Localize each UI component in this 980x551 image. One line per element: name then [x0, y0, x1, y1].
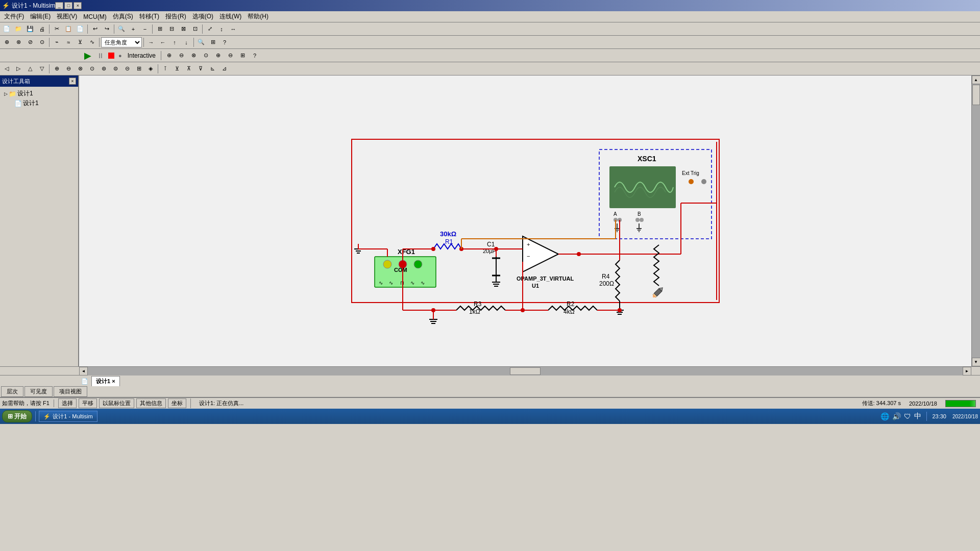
t3-btn11[interactable]: ⊝	[121, 63, 133, 74]
tool-btn3[interactable]: ⊠	[178, 23, 189, 35]
window-controls[interactable]: _ □ ×	[55, 2, 82, 9]
tool-btn6[interactable]: ↕	[216, 23, 227, 35]
menu-report[interactable]: 报告(R)	[162, 11, 189, 22]
t3-btn14[interactable]: ⊺	[160, 63, 171, 74]
zoom-out-btn[interactable]: −	[139, 23, 151, 35]
t3-btn3[interactable]: △	[24, 63, 36, 74]
canvas-area[interactable]: XSC1 Ext Trig A B	[79, 76, 971, 366]
close-btn[interactable]: ×	[74, 2, 82, 9]
comp-btn8[interactable]: ∿	[86, 37, 97, 48]
print-btn[interactable]: 🖨	[36, 23, 47, 35]
navtab-hierarchy[interactable]: 层次	[1, 386, 23, 397]
navtab-visibility[interactable]: 可见度	[24, 386, 53, 397]
hscroll-left-btn[interactable]: ◄	[79, 367, 88, 375]
nav-btn1[interactable]: →	[145, 37, 157, 48]
t3-btn9[interactable]: ⊛	[98, 63, 109, 74]
sim-btn3[interactable]: ⊗	[188, 50, 199, 61]
hscroll-thumb[interactable]	[510, 367, 541, 375]
new-btn[interactable]: 📄	[1, 23, 12, 35]
t3-btn19[interactable]: ⊿	[218, 63, 230, 74]
menu-view[interactable]: 视图(V)	[54, 11, 80, 22]
nav-btn2[interactable]: ←	[157, 37, 168, 48]
t3-btn12[interactable]: ⊞	[133, 63, 144, 74]
tool-btn5[interactable]: ⤢	[204, 23, 215, 35]
nav-btn3[interactable]: ↑	[169, 37, 180, 48]
right-scrollbar[interactable]: ▲ ▼	[971, 76, 980, 366]
maximize-btn[interactable]: □	[64, 2, 72, 9]
nav-btn4[interactable]: ↓	[181, 37, 192, 48]
comp-btn6[interactable]: ≈	[63, 37, 74, 48]
comp-btn3[interactable]: ⊘	[24, 37, 36, 48]
hscroll-right-btn[interactable]: ►	[963, 367, 971, 375]
status-info-btn[interactable]: 其他信息	[136, 398, 166, 408]
sim-btn4[interactable]: ⊙	[200, 50, 211, 61]
status-select-btn[interactable]: 选择	[58, 398, 77, 408]
sim-btn8[interactable]: ?	[249, 50, 260, 61]
scroll-track[interactable]	[972, 84, 981, 358]
menu-sim[interactable]: 仿真(S)	[110, 11, 136, 22]
undo-btn[interactable]: ↩	[89, 23, 101, 35]
start-button[interactable]: ⊞ 开始	[2, 410, 32, 422]
zoom-fit-btn[interactable]: ⊞	[207, 37, 218, 48]
tool-btn1[interactable]: ⊞	[154, 23, 165, 35]
menu-edit[interactable]: 编辑(E)	[27, 11, 54, 22]
comp-btn7[interactable]: ⊻	[75, 37, 86, 48]
comp-btn1[interactable]: ⊕	[1, 37, 12, 48]
sim-btn7[interactable]: ⊞	[237, 50, 248, 61]
redo-btn[interactable]: ↪	[101, 23, 112, 35]
t3-btn10[interactable]: ⊜	[110, 63, 121, 74]
save-btn[interactable]: 💾	[24, 23, 36, 35]
menu-help[interactable]: 帮助(H)	[244, 11, 272, 22]
menu-wire[interactable]: 连线(W)	[216, 11, 244, 22]
taskbar-item-1[interactable]: ⚡ 设计1 - Multisim	[39, 411, 97, 422]
paste-btn[interactable]: 📄	[75, 23, 86, 35]
scroll-down-btn[interactable]: ▼	[972, 358, 981, 366]
copy-btn[interactable]: 📋	[63, 23, 74, 35]
zoom-btn[interactable]: 🔍	[116, 23, 127, 35]
t3-btn2[interactable]: ▷	[13, 63, 24, 74]
tool-btn2[interactable]: ⊟	[166, 23, 177, 35]
status-mouse-btn[interactable]: 以鼠标位置	[99, 398, 134, 408]
angle-dropdown[interactable]: 任意角度	[101, 37, 142, 47]
panel-close-btn[interactable]: ×	[69, 78, 76, 85]
scroll-thumb[interactable]	[972, 85, 980, 105]
pause-btn[interactable]: ⏸	[97, 52, 104, 60]
sim-btn2[interactable]: ⊖	[176, 50, 187, 61]
t3-btn6[interactable]: ⊖	[63, 63, 74, 74]
comp-btn5[interactable]: ⌁	[51, 37, 62, 48]
sim-btn5[interactable]: ⊕	[212, 50, 224, 61]
tree-item-design1-child[interactable]: 📄 设计1	[2, 98, 76, 108]
t3-btn15[interactable]: ⊻	[172, 63, 183, 74]
t3-btn1[interactable]: ◁	[1, 63, 12, 74]
t3-btn7[interactable]: ⊗	[75, 63, 86, 74]
play-btn[interactable]: ▶	[84, 50, 91, 61]
status-coord-btn[interactable]: 坐标	[168, 398, 186, 408]
menu-transfer[interactable]: 转移(T)	[136, 11, 162, 22]
t3-btn16[interactable]: ⊼	[183, 63, 194, 74]
hscroll-track[interactable]	[88, 367, 963, 375]
navtab-project[interactable]: 项目视图	[54, 386, 87, 397]
sim-btn1[interactable]: ⊕	[163, 50, 175, 61]
help-btn[interactable]: ?	[219, 37, 230, 48]
stop-btn[interactable]	[108, 53, 114, 59]
cut-btn[interactable]: ✂	[51, 23, 62, 35]
t3-btn5[interactable]: ⊕	[51, 63, 62, 74]
sim-btn6[interactable]: ⊖	[225, 50, 236, 61]
t3-btn4[interactable]: ▽	[36, 63, 47, 74]
horizontal-scrollbar[interactable]: ◄ ►	[0, 366, 980, 375]
menu-options[interactable]: 选项(O)	[189, 11, 216, 22]
tab-design1[interactable]: 设计1 ×	[91, 376, 120, 386]
tree-item-design1-root[interactable]: ▷ 📁 设计1	[2, 89, 76, 98]
menu-mcu[interactable]: MCU(M)	[80, 12, 109, 21]
menu-file[interactable]: 文件(F)	[1, 11, 27, 22]
comp-btn2[interactable]: ⊗	[13, 37, 24, 48]
tool-btn4[interactable]: ⊡	[189, 23, 201, 35]
tool-btn7[interactable]: ↔	[228, 23, 239, 35]
t3-btn17[interactable]: ⊽	[195, 63, 206, 74]
t3-btn8[interactable]: ⊙	[86, 63, 97, 74]
zoom-100-btn[interactable]: 🔍	[195, 37, 207, 48]
circuit-schematic[interactable]: XSC1 Ext Trig A B	[79, 76, 971, 366]
zoom-in-btn[interactable]: +	[128, 23, 139, 35]
minimize-btn[interactable]: _	[55, 2, 63, 9]
t3-btn13[interactable]: ◈	[145, 63, 156, 74]
